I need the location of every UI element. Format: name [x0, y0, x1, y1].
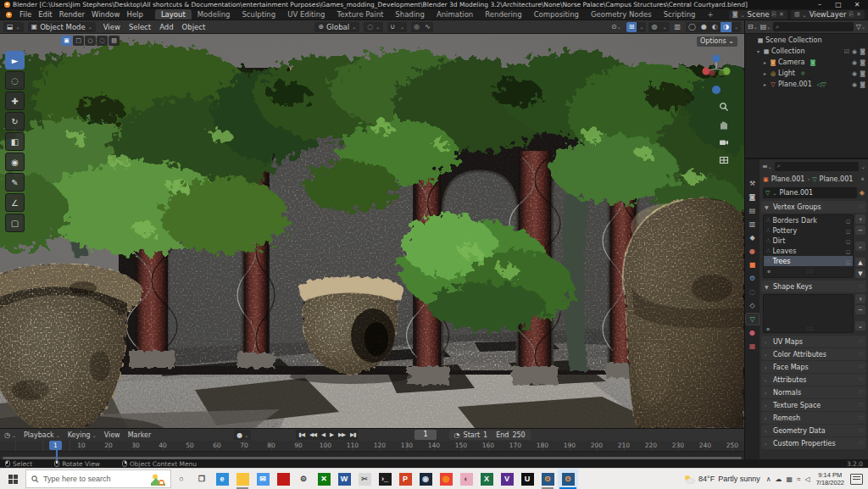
- 3d-viewport[interactable]: ▣□○◌▨ ►◌✚↻◧◉✎∠▢ Options ⌄: [0, 34, 744, 428]
- new-scene-icon[interactable]: ⎘: [772, 11, 777, 18]
- photos-red[interactable]: [273, 469, 293, 489]
- editor-type-selector[interactable]: ⬓ ⌄: [3, 22, 24, 32]
- start-frame-field[interactable]: 1: [483, 431, 487, 439]
- auto-keying-toggle[interactable]: ●⌄: [234, 430, 251, 440]
- marker-menu[interactable]: Marker: [127, 431, 153, 439]
- workspace-tab[interactable]: Sculpting: [236, 9, 281, 19]
- collapsed-panel-header[interactable]: ›Face Maps∷: [761, 361, 866, 373]
- object[interactable]: ■: [746, 259, 759, 270]
- chrome[interactable]: ◎: [436, 469, 456, 489]
- scene[interactable]: ◆: [746, 232, 759, 243]
- topbar-menu[interactable]: Help: [123, 10, 146, 19]
- outliner-filter-icon[interactable]: ▤⌄: [760, 23, 771, 31]
- measure-tool[interactable]: ∠: [5, 193, 25, 212]
- start-button[interactable]: [0, 469, 25, 489]
- disable-in-renders-icon[interactable]: ◙: [860, 81, 865, 88]
- jump-to-end[interactable]: ▶▮: [348, 430, 359, 440]
- view-menu[interactable]: View: [103, 431, 121, 439]
- gizmo-dropdown[interactable]: ⌄: [637, 22, 646, 32]
- outliner-search-input[interactable]: ⌕: [773, 22, 853, 31]
- show-overlays-toggle[interactable]: ◍: [648, 22, 659, 32]
- task-view[interactable]: ❐: [192, 469, 212, 489]
- shape-key-specials-button[interactable]: ⌄: [855, 321, 865, 331]
- properties-filter-dropdown[interactable]: ⌄: [861, 164, 865, 169]
- workspace-tab[interactable]: UV Editing: [281, 9, 331, 19]
- xray-toggle[interactable]: ▥: [672, 22, 684, 32]
- outliner-row[interactable]: ▸ ◎ Light ☼ ◉ ◙: [745, 68, 868, 79]
- current-frame-field[interactable]: 1: [415, 430, 436, 440]
- workspace-tab[interactable]: Geometry Nodes: [585, 9, 658, 19]
- add-workspace-button[interactable]: +: [703, 10, 717, 19]
- unlock-icon[interactable]: ◻: [846, 258, 850, 264]
- topbar-menu[interactable]: File: [16, 10, 35, 19]
- topbar-menu[interactable]: Window: [88, 10, 124, 19]
- view-layer[interactable]: ▥: [746, 219, 759, 230]
- weather-widget-icon[interactable]: [151, 473, 165, 486]
- fake-user-shield-icon[interactable]: ◈: [860, 189, 865, 197]
- snap-toggle[interactable]: ∪: [387, 22, 398, 32]
- disable-in-renders-icon[interactable]: ◙: [860, 59, 865, 66]
- expand-icon[interactable]: ▸: [762, 81, 768, 87]
- vertex-group-specials-button[interactable]: ⌄: [855, 242, 865, 251]
- unlock-icon[interactable]: ◻: [846, 228, 850, 234]
- vertex-group-item[interactable]: ∴ Dirt ◻: [764, 236, 853, 246]
- move-tool[interactable]: ✚: [5, 92, 25, 110]
- prev-keyframe[interactable]: ◀◀: [307, 430, 319, 440]
- expand-icon[interactable]: ▾: [755, 48, 761, 54]
- world[interactable]: ●: [746, 246, 759, 257]
- volume[interactable]: ◁: [804, 475, 810, 483]
- unlock-icon[interactable]: ◻: [846, 238, 850, 244]
- blender-active[interactable]: ʘ: [558, 469, 578, 489]
- show-gizmo-toggle[interactable]: ⊞: [626, 22, 637, 32]
- transform-tool[interactable]: ◉: [5, 153, 25, 171]
- powerpoint[interactable]: P: [395, 469, 415, 489]
- mesh-name-field[interactable]: ▽ ⌄ Plane.001: [763, 187, 857, 198]
- unlock-icon[interactable]: ◻: [846, 248, 850, 254]
- steam[interactable]: ◉: [415, 469, 436, 489]
- pot-right[interactable]: [623, 198, 744, 428]
- mail[interactable]: ✉: [253, 469, 273, 489]
- select-mode-button[interactable]: ▣: [61, 36, 72, 46]
- vertex-group-item[interactable]: ∴ Trees ◻: [764, 256, 853, 266]
- disable-in-renders-icon[interactable]: ◙: [860, 70, 865, 77]
- unlock-icon[interactable]: ◻: [846, 218, 850, 224]
- onedrive[interactable]: ☁: [776, 475, 782, 483]
- timeline-track[interactable]: [0, 451, 744, 457]
- visual-studio[interactable]: V: [497, 469, 517, 489]
- add-shape-key-button[interactable]: ＋: [855, 294, 865, 303]
- cursor-tool[interactable]: ◌: [5, 71, 25, 90]
- taskbar-clock[interactable]: 9:14 PM 7/18/2022: [816, 471, 844, 486]
- properties-editor-icon[interactable]: ≡⌄: [762, 163, 772, 170]
- object-data[interactable]: ▽: [746, 314, 759, 325]
- excel[interactable]: X: [476, 469, 497, 489]
- collapsed-panel-header[interactable]: ›UV Maps∷: [761, 336, 866, 347]
- workspace-tab[interactable]: Shading: [389, 9, 431, 19]
- overlays-dropdown[interactable]: ⌄: [659, 22, 669, 32]
- texture[interactable]: ▦: [746, 341, 759, 352]
- viewlayer-selector[interactable]: ▥ ⌄ ViewLayer ⎘ ✕: [791, 10, 865, 19]
- unreal[interactable]: U: [517, 469, 537, 489]
- disable-in-renders-icon[interactable]: ◙: [860, 48, 865, 55]
- shading-rendered-button[interactable]: ◑: [721, 22, 732, 32]
- outliner-row[interactable]: ▸ ▽ Plane.001 ◁▽ ◉ ◙: [745, 79, 868, 90]
- cortana[interactable]: ○: [171, 469, 192, 489]
- new-viewlayer-icon[interactable]: ⎘: [849, 11, 854, 18]
- shading-wireframe-button[interactable]: ◯: [686, 22, 698, 32]
- vertex-groups-panel-header[interactable]: ▼Vertex Groups∷: [761, 201, 866, 213]
- transform-orientation-selector[interactable]: ⊕ Global ⌄: [314, 22, 359, 32]
- end-frame-field[interactable]: 250: [512, 431, 525, 439]
- navigation-gizmo[interactable]: [700, 53, 732, 103]
- file-explorer[interactable]: [232, 469, 253, 489]
- blender-menu-icon[interactable]: [6, 12, 12, 18]
- options-dropdown[interactable]: Options ⌄: [697, 36, 737, 47]
- vertex-group-item[interactable]: ∴ Borders Dark ◻: [764, 215, 853, 225]
- hide-in-viewport-icon[interactable]: ◉: [852, 81, 857, 88]
- weather-status[interactable]: 84°F Partly sunny: [683, 475, 760, 484]
- shading-material-button[interactable]: ◐: [709, 22, 721, 32]
- render[interactable]: ◙: [746, 192, 759, 203]
- display[interactable]: ▦: [787, 475, 793, 483]
- collapsed-panel-header[interactable]: ›Custom Properties∷: [761, 437, 866, 449]
- camera-view-icon[interactable]: [719, 137, 729, 147]
- timeline-scrollbar[interactable]: [0, 457, 744, 460]
- shading-dropdown[interactable]: ⌄: [732, 22, 741, 32]
